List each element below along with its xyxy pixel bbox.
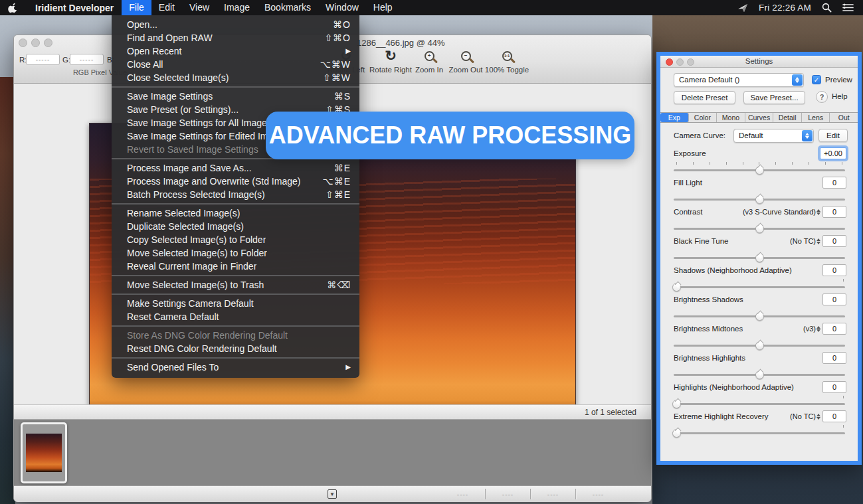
menu-item[interactable]: Reset DNG Color Rendering Default [112, 342, 359, 355]
slider-thumb[interactable] [755, 195, 764, 204]
mini-stepper-icon[interactable] [816, 207, 820, 217]
menubar-item-image[interactable]: Image [217, 0, 257, 15]
menu-item[interactable]: Find and Open RAW⇧⌘O [112, 31, 359, 44]
tab-out[interactable]: Out [830, 113, 858, 122]
menu-item[interactable]: Reset Camera Default [112, 310, 359, 323]
mini-stepper-icon[interactable] [816, 412, 820, 422]
menu-item[interactable]: Close All⌥⌘W [112, 58, 359, 71]
menu-item[interactable]: Reveal Current Image in Finder [112, 260, 359, 273]
slider-thumb[interactable] [755, 312, 764, 321]
menubar-item-view[interactable]: View [182, 0, 217, 15]
slider-mode-selector[interactable]: (No TC) [790, 237, 816, 245]
slider-value-field[interactable] [822, 381, 846, 393]
tab-detail[interactable]: Detail [773, 113, 802, 122]
camera-curve-dropdown[interactable]: Default [733, 129, 814, 143]
menu-item[interactable]: Make Settings Camera Default [112, 297, 359, 310]
settings-close-button[interactable] [666, 58, 673, 66]
menu-item[interactable]: Move Selected Image(s) to Folder [112, 246, 359, 260]
menu-item[interactable]: Batch Process Selected Image(s)⇧⌘E [112, 188, 359, 201]
slider-track[interactable] [674, 228, 845, 230]
menu-item[interactable]: Close Selected Image(s)⇧⌘W [112, 71, 359, 84]
slider-thumb[interactable] [672, 400, 681, 408]
settings-zoom-button[interactable] [687, 58, 694, 66]
slider-thumb[interactable] [755, 166, 764, 175]
close-window-button[interactable] [19, 39, 27, 47]
slider-track[interactable] [674, 403, 845, 405]
menubar-item-window[interactable]: Window [318, 0, 366, 15]
slider-track[interactable] [674, 315, 845, 317]
slider-value-field[interactable] [822, 294, 846, 305]
slider-value-field[interactable] [822, 235, 846, 247]
slider-thumb[interactable] [755, 254, 764, 262]
slider-value-field[interactable] [822, 323, 846, 335]
settings-tabbar: ExpColorMonoCurvesDetailLensOut [660, 112, 858, 123]
preset-dropdown[interactable]: Camera Default () [674, 73, 804, 87]
app-menu-title[interactable]: Iridient Developer [27, 3, 122, 13]
zoom-window-button[interactable] [44, 39, 52, 47]
menu-item[interactable]: Move Selected Image(s) to Trash⌘⌫ [112, 278, 359, 292]
slider-value-field[interactable] [822, 264, 846, 276]
settings-minimize-button[interactable] [676, 58, 684, 66]
menubar-item-bookmarks[interactable]: Bookmarks [257, 0, 318, 15]
slider-thumb[interactable] [755, 341, 764, 350]
slider-value-field[interactable] [820, 147, 846, 159]
slider-track[interactable] [674, 169, 845, 171]
slider-track[interactable] [674, 345, 845, 347]
menubar-item-help[interactable]: Help [366, 0, 400, 15]
menu-item[interactable]: Process Image and Overwrite (Std Image)⌥… [112, 175, 359, 188]
menu-item[interactable]: Open Recent▶ [112, 44, 359, 58]
mini-stepper-icon[interactable] [816, 324, 820, 334]
slider-mode-selector[interactable]: (No TC) [790, 412, 816, 420]
menubar-item-file[interactable]: File [122, 0, 151, 15]
menu-item[interactable]: Duplicate Selected Image(s) [112, 220, 359, 233]
slider-thumb[interactable] [672, 429, 681, 438]
help-button[interactable]: ? [816, 91, 828, 103]
menu-item[interactable]: Copy Selected Image(s) to Folder [112, 233, 359, 246]
slider-thumb[interactable] [755, 224, 764, 233]
menu-item[interactable]: Rename Selected Image(s) [112, 207, 359, 220]
slider-track[interactable] [674, 199, 845, 201]
slider-value-field[interactable] [822, 352, 846, 364]
edit-curve-button[interactable]: Edit [818, 129, 848, 142]
toolbar-button-100-toggle[interactable]: 1:1100% Toggle [477, 48, 537, 74]
menu-separator [112, 294, 359, 295]
menu-item[interactable]: Open...⌘O [112, 18, 359, 31]
menu-item-label: Batch Process Selected Image(s) [127, 188, 265, 201]
menubar-item-edit[interactable]: Edit [151, 0, 182, 15]
slider-track[interactable] [674, 257, 845, 259]
preview-checkbox[interactable]: ✓ [812, 75, 821, 84]
slider-track[interactable] [674, 432, 845, 434]
slider-mode-selector[interactable]: (v3 S-Curve Standard) [743, 208, 816, 216]
tab-color[interactable]: Color [689, 113, 718, 122]
thumbnail-selected[interactable] [21, 422, 67, 483]
slider-mode-selector[interactable]: (v3) [803, 325, 816, 333]
notification-center-icon[interactable] [842, 3, 854, 12]
tab-curves[interactable]: Curves [745, 113, 774, 122]
menu-item[interactable]: Send Opened Files To▶ [112, 361, 359, 374]
location-arrow-icon[interactable] [737, 3, 748, 13]
apple-menu[interactable] [0, 2, 27, 13]
save-preset-button[interactable]: Save Preset... [743, 91, 805, 104]
menu-item[interactable]: Process Image and Save As...⌘E [112, 161, 359, 175]
slider-track[interactable] [674, 286, 845, 288]
slider-thumb[interactable] [672, 283, 681, 292]
tab-lens[interactable]: Lens [802, 113, 830, 122]
slider-value-field[interactable] [822, 177, 846, 189]
slider-thumb[interactable] [755, 371, 764, 379]
slider-track[interactable] [674, 374, 845, 376]
menubar-clock[interactable]: Fri 22:26 AM [759, 3, 811, 13]
main-window-bottom-bar: ▼ ---------------- [14, 485, 651, 502]
slider-value-field[interactable] [822, 206, 846, 218]
spotlight-search-icon[interactable] [822, 3, 832, 13]
stepper-icon [802, 130, 813, 141]
menu-item[interactable]: Save Image Settings⌘S [112, 90, 359, 103]
slider-value-field[interactable] [822, 410, 846, 422]
mini-stepper-icon[interactable] [816, 236, 820, 246]
filter-icon[interactable]: ▼ [328, 489, 337, 499]
tab-exp[interactable]: Exp [660, 113, 689, 122]
menu-item-label: Copy Selected Image(s) to Folder [127, 233, 266, 246]
tab-mono[interactable]: Mono [717, 113, 745, 122]
menu-item-shortcut: ⌘⌫ [327, 278, 351, 292]
minimize-window-button[interactable] [31, 39, 40, 47]
delete-preset-button[interactable]: Delete Preset [674, 91, 735, 104]
